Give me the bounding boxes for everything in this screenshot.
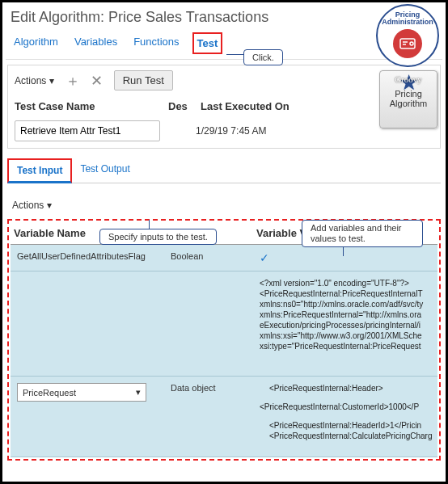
app-frame: Pricing Administration ★ Groovy Pricing … [0,0,448,484]
var-name-cell: PriceRequest ▾ [14,381,167,403]
var-name-cell: GetAllUserDefinedAttributesFlag [14,250,167,263]
badge-square-line2: Algorithm [390,99,427,108]
var-name-cell [14,276,167,280]
pricing-algorithm-badge: ★ Groovy Pricing Algorithm [379,70,437,128]
tab-test[interactable]: Test [192,32,223,54]
add-icon[interactable]: ＋ [66,71,80,90]
actions-label: Actions [15,75,46,86]
subtab-test-output[interactable]: Test Output [72,158,137,183]
var-type-cell: Boolean [167,250,256,263]
select-value: PriceRequest [23,388,76,398]
test-cases-toolbar: Actions ▾ ＋ ✕ Run Test [13,70,435,95]
col-header-des: Des [168,100,201,112]
var-value-xml[interactable]: <PriceRequestInternal:Header><PriceReque… [256,381,436,443]
sub-tab-strip: Test Input Test Output [7,158,441,183]
callout-values: Add variables and their values to test. [302,220,423,247]
callout-click: Click. [243,49,283,65]
pricing-admin-badge: Pricing Administration [376,4,439,67]
groovy-script-label: Groovy [380,74,437,84]
test-case-name-input[interactable] [15,120,160,141]
delete-icon[interactable]: ✕ [90,72,104,90]
variable-row[interactable]: GetAllUserDefinedAttributesFlag Boolean … [11,245,437,271]
svg-point-1 [410,42,413,45]
run-test-button[interactable]: Run Test [114,70,173,90]
var-type-cell [167,276,256,280]
test-case-row[interactable]: 1/29/19 7:45 AM [13,119,435,143]
check-icon: ✓ [260,251,269,264]
variable-row[interactable]: PriceRequest ▾ Data object <PriceRequest… [11,377,437,457]
pricing-admin-icon [393,29,422,58]
variable-table-region: Variable Name Data Type Variable Value G… [7,219,441,461]
variable-name-select[interactable]: PriceRequest ▾ [17,383,146,402]
test-input-toolbar: Actions ▾ [6,183,442,216]
var-value-cell: ✓ [256,250,434,266]
variable-row[interactable]: <?xml version="1.0" encoding="UTF-8"?> <… [11,271,437,377]
tab-functions[interactable]: Functions [130,32,182,54]
subtab-underline [138,158,441,183]
test-case-header-row: Test Case Name Des Last Executed On [13,95,435,119]
badge-circle-line2: Administration [382,18,433,26]
callout-inputs: Specify inputs to the test. [99,229,217,245]
actions-menu-button[interactable]: Actions ▾ [13,74,56,88]
tab-variables[interactable]: Variables [71,32,120,54]
var-value-xml[interactable]: <?xml version="1.0" encoding="UTF-8"?> <… [256,276,434,353]
badge-square-line1: Pricing [395,89,422,99]
caret-down-icon: ▾ [49,75,54,86]
caret-down-icon: ▾ [47,200,52,211]
test-cases-panel: Actions ▾ ＋ ✕ Run Test Test Case Name De… [7,65,441,149]
tab-algorithm[interactable]: Algorithm [11,32,61,54]
actions-menu-button-2[interactable]: Actions ▾ [11,198,53,213]
subtab-test-input[interactable]: Test Input [7,158,72,183]
col-header-name: Test Case Name [15,100,168,112]
var-type-cell: Data object [167,381,256,394]
caret-down-icon: ▾ [136,387,141,398]
actions-label-2: Actions [12,200,44,211]
